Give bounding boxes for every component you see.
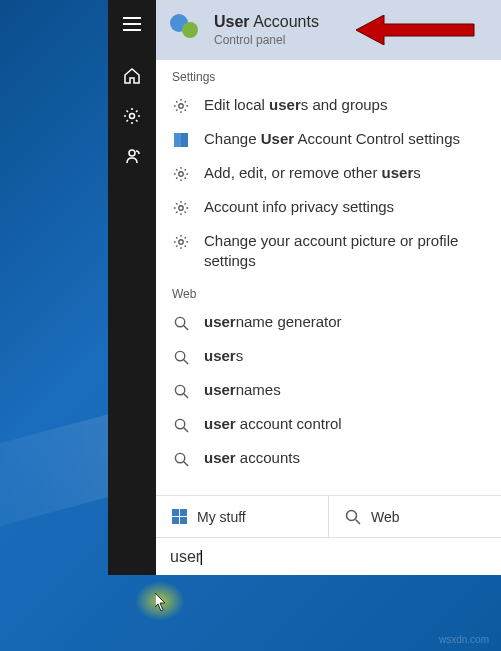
cortana-sidebar	[108, 0, 156, 575]
settings-result-item[interactable]: Change User Account Control settings	[156, 122, 501, 156]
top-result-user-accounts[interactable]: User Accounts Control panel	[156, 0, 501, 60]
my-stuff-tab[interactable]: My stuff	[156, 496, 328, 537]
watermark: wsxdn.com	[439, 634, 489, 645]
svg-point-18	[175, 453, 184, 462]
result-text: users	[204, 346, 243, 366]
result-text: username generator	[204, 312, 342, 332]
windows-logo-icon	[172, 509, 187, 524]
search-icon	[172, 450, 190, 468]
web-result-item[interactable]: username generator	[156, 305, 501, 339]
flag-icon	[172, 131, 190, 149]
svg-line-15	[183, 393, 187, 397]
web-result-item[interactable]: user accounts	[156, 441, 501, 475]
web-result-item[interactable]: users	[156, 339, 501, 373]
search-input[interactable]: user	[156, 537, 501, 575]
bottom-tabs: My stuff Web	[156, 495, 501, 537]
settings-result-item[interactable]: Change your account picture or profile s…	[156, 224, 501, 277]
result-text: Add, edit, or remove other users	[204, 163, 421, 183]
svg-point-20	[347, 510, 357, 520]
gear-icon	[172, 165, 190, 183]
web-tab[interactable]: Web	[328, 496, 501, 537]
svg-line-19	[183, 461, 187, 465]
web-result-item[interactable]: user account control	[156, 407, 501, 441]
svg-line-11	[183, 325, 187, 329]
web-tab-label: Web	[371, 509, 400, 525]
search-icon	[172, 416, 190, 434]
user-accounts-icon	[168, 12, 204, 48]
svg-marker-5	[356, 15, 474, 45]
svg-point-7	[179, 172, 183, 176]
svg-point-10	[175, 317, 184, 326]
svg-point-8	[179, 206, 183, 210]
result-text: Edit local users and groups	[204, 95, 387, 115]
search-icon	[345, 509, 361, 525]
results-list: Settings Edit local users and groupsChan…	[156, 60, 501, 495]
svg-rect-0	[123, 17, 141, 19]
svg-point-14	[175, 385, 184, 394]
settings-result-item[interactable]: Account info privacy settings	[156, 190, 501, 224]
search-icon	[172, 382, 190, 400]
home-icon[interactable]	[108, 56, 156, 96]
annotation-arrow-icon	[356, 15, 476, 45]
hamburger-menu-icon[interactable]	[108, 0, 156, 48]
svg-line-17	[183, 427, 187, 431]
svg-point-3	[130, 114, 135, 119]
search-icon	[172, 348, 190, 366]
search-results-panel: User Accounts Control panel Settings Edi…	[156, 0, 501, 575]
settings-section-label: Settings	[156, 60, 501, 88]
svg-point-6	[179, 104, 183, 108]
gear-icon	[172, 97, 190, 115]
search-icon	[172, 314, 190, 332]
web-section-label: Web	[156, 277, 501, 305]
svg-rect-2	[123, 29, 141, 31]
result-text: Change User Account Control settings	[204, 129, 460, 149]
svg-line-21	[356, 519, 361, 524]
mouse-cursor-icon	[155, 593, 169, 613]
svg-point-12	[175, 351, 184, 360]
svg-point-9	[179, 240, 183, 244]
result-text: Change your account picture or profile s…	[204, 231, 485, 270]
svg-line-13	[183, 359, 187, 363]
settings-gear-icon[interactable]	[108, 96, 156, 136]
svg-rect-1	[123, 23, 141, 25]
my-stuff-label: My stuff	[197, 509, 246, 525]
result-text: Account info privacy settings	[204, 197, 394, 217]
web-result-item[interactable]: usernames	[156, 373, 501, 407]
result-text: user accounts	[204, 448, 300, 468]
settings-result-item[interactable]: Add, edit, or remove other users	[156, 156, 501, 190]
result-text: user account control	[204, 414, 342, 434]
settings-result-item[interactable]: Edit local users and groups	[156, 88, 501, 122]
gear-icon	[172, 199, 190, 217]
feedback-icon[interactable]	[108, 136, 156, 176]
svg-point-4	[129, 150, 135, 156]
search-query-text: user	[170, 548, 203, 566]
svg-point-16	[175, 419, 184, 428]
gear-icon	[172, 233, 190, 251]
result-text: usernames	[204, 380, 281, 400]
